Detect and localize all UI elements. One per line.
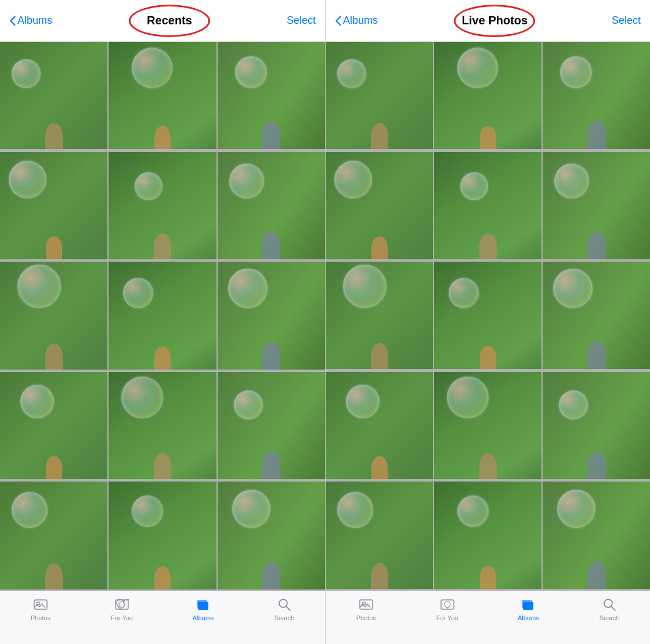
photo-cell[interactable]	[543, 262, 650, 369]
photo-cell[interactable]	[0, 482, 107, 589]
tab-for-you-live[interactable]: For You	[407, 597, 488, 621]
svg-rect-12	[523, 602, 533, 610]
tab-for-you-label-recents: For You	[111, 614, 133, 621]
photo-cell[interactable]	[0, 152, 107, 259]
photos-icon-live	[359, 597, 374, 612]
for-you-icon-live	[440, 597, 455, 612]
recents-tab-bar: Photos For You Albums	[0, 591, 325, 644]
photo-cell[interactable]	[434, 482, 541, 589]
svg-rect-8	[360, 600, 373, 609]
tab-photos-recents[interactable]: Photos	[0, 597, 81, 621]
svg-line-14	[612, 607, 616, 611]
tab-albums-label-live: Albums	[518, 614, 539, 621]
photo-cell[interactable]	[218, 42, 325, 149]
tab-albums-label-recents: Albums	[193, 614, 214, 621]
for-you-icon	[114, 597, 129, 612]
recents-photo-grid	[0, 42, 325, 591]
photo-cell[interactable]	[218, 482, 325, 589]
photo-cell[interactable]	[434, 152, 541, 259]
photo-cell[interactable]	[543, 482, 650, 589]
live-photos-title: Live Photos	[462, 14, 528, 27]
photo-cell[interactable]	[109, 152, 216, 259]
photo-cell[interactable]	[0, 372, 107, 479]
tab-for-you-recents[interactable]: For You	[81, 597, 162, 621]
live-photos-photo-grid	[326, 42, 650, 591]
photo-cell[interactable]	[434, 42, 541, 149]
photo-cell[interactable]	[543, 42, 650, 149]
svg-line-7	[287, 607, 291, 611]
photo-cell[interactable]	[218, 262, 325, 369]
tab-albums-recents[interactable]: Albums	[162, 597, 244, 621]
photo-cell[interactable]	[109, 42, 216, 149]
back-button-recents[interactable]: Albums	[9, 15, 52, 27]
tab-search-label-recents: Search	[275, 614, 295, 621]
svg-rect-0	[34, 600, 47, 609]
search-icon-live	[602, 597, 617, 612]
photo-cell[interactable]	[0, 42, 107, 149]
photo-cell[interactable]	[326, 152, 433, 259]
live-photos-panel: Albums Live Photos Select	[325, 0, 650, 644]
live-photos-tab-bar: Photos For You Albums	[326, 591, 650, 644]
photo-cell[interactable]	[434, 372, 541, 479]
photo-cell[interactable]	[218, 372, 325, 479]
photo-cell[interactable]	[326, 262, 433, 369]
search-icon	[277, 597, 292, 612]
back-button-live-photos[interactable]: Albums	[335, 15, 378, 27]
recents-select-button[interactable]: Select	[287, 15, 316, 27]
photo-cell[interactable]	[543, 152, 650, 259]
photo-cell[interactable]	[109, 482, 216, 589]
albums-icon	[196, 597, 211, 612]
tab-photos-label-recents: Photos	[31, 614, 50, 621]
live-photos-select-button[interactable]: Select	[612, 15, 641, 27]
photo-cell[interactable]	[109, 262, 216, 369]
tab-photos-live[interactable]: Photos	[326, 597, 407, 621]
svg-rect-5	[198, 602, 208, 610]
photo-cell[interactable]	[0, 262, 107, 369]
albums-icon-live	[521, 597, 536, 612]
recents-panel: Albums Recents Select	[0, 0, 325, 644]
recents-title: Recents	[147, 14, 192, 27]
photo-cell[interactable]	[543, 372, 650, 479]
tab-search-label-live: Search	[600, 614, 620, 621]
tab-albums-live[interactable]: Albums	[488, 597, 569, 621]
photo-cell[interactable]	[218, 152, 325, 259]
tab-search-recents[interactable]: Search	[244, 597, 325, 621]
photo-cell[interactable]	[109, 372, 216, 479]
tab-photos-label-live: Photos	[356, 614, 376, 621]
tab-search-live[interactable]: Search	[569, 597, 650, 621]
tab-for-you-label-live: For You	[436, 614, 458, 621]
photo-cell[interactable]	[326, 372, 433, 479]
photos-icon	[33, 597, 48, 612]
recents-header: Albums Recents Select	[0, 0, 325, 42]
live-photos-header: Albums Live Photos Select	[326, 0, 650, 42]
photo-cell[interactable]	[326, 42, 433, 149]
photo-cell[interactable]	[326, 482, 433, 589]
photo-cell[interactable]	[434, 262, 541, 369]
